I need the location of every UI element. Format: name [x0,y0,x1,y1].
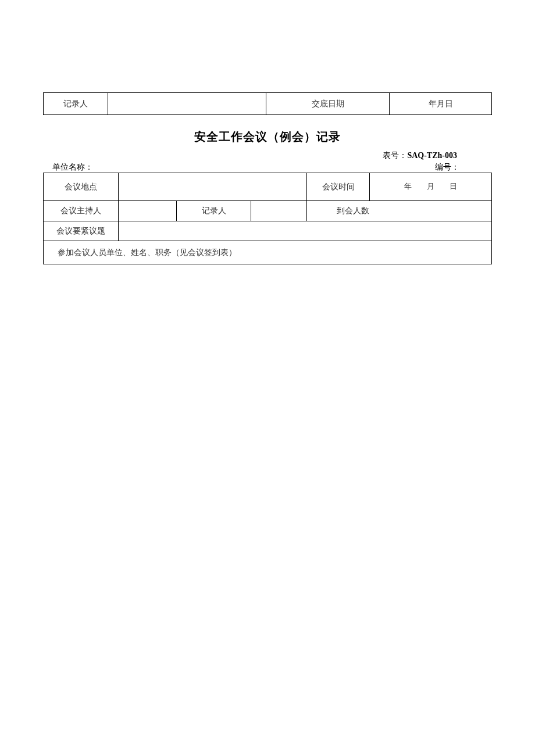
form-number-label: 表号： [383,151,407,160]
attendee-count-value[interactable] [400,201,492,221]
serial-no-label: 编号： [435,162,459,173]
form-header: 表号：SAQ-TZh-003 单位名称： 编号： [43,151,492,173]
attendees-note-cell: 参加会议人员单位、姓名、职务（见会议签到表） [44,241,492,264]
unit-serial-line: 单位名称： 编号： [43,162,492,173]
host-label-cell: 会议主持人 [44,201,119,221]
location-value-cell[interactable] [119,173,307,201]
host-value-cell[interactable] [119,201,177,221]
recorder-value-cell[interactable] [108,93,266,115]
topic-label-cell: 会议要紧议题 [44,221,119,241]
disclosure-date-value-cell[interactable]: 年月日 [390,93,492,115]
recorder2-label-cell: 记录人 [177,201,251,221]
attendee-count-label: 到会人数 [307,201,400,221]
time-label-cell: 会议时间 [307,173,370,201]
form-number-line: 表号：SAQ-TZh-003 [43,151,492,161]
unit-name-label: 单位名称： [52,162,93,173]
attendee-count-combined-cell: 到会人数 [307,201,492,221]
disclosure-date-label-cell: 交底日期 [266,93,390,115]
recorder2-value-cell[interactable] [251,201,307,221]
recorder-label-cell: 记录人 [44,93,108,115]
topic-value-cell[interactable] [119,221,492,241]
location-label-cell: 会议地点 [44,173,119,201]
top-disclosure-table: 记录人 交底日期 年月日 [43,92,492,115]
document-title: 安全工作会议（例会）记录 [43,129,492,145]
time-value-cell[interactable]: 年 月 日 [370,173,492,201]
meeting-record-table: 会议地点 会议时间 年 月 日 会议主持人 记录人 到会人数 会议要紧议题 [43,173,492,264]
form-number-value: SAQ-TZh-003 [407,151,457,160]
